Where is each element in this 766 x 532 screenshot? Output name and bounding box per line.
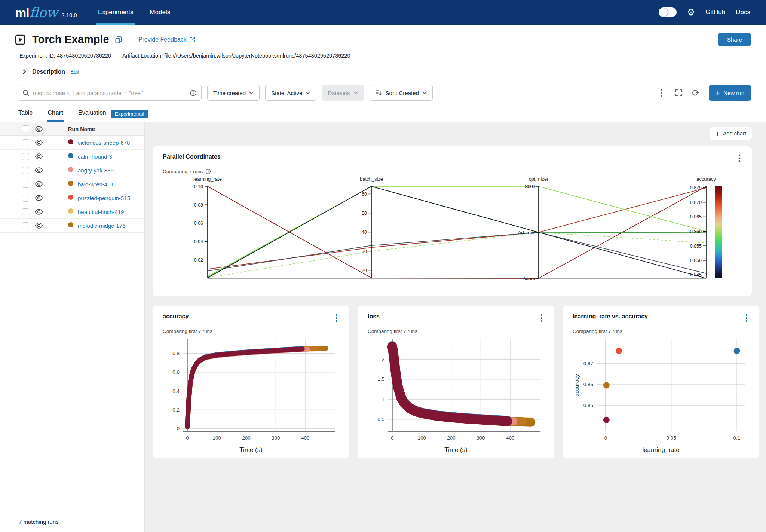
- add-chart-button[interactable]: + Add chart: [710, 127, 752, 140]
- nav-link-github[interactable]: GitHub: [705, 9, 725, 16]
- parcoords-line-bald-wren-451[interactable]: [208, 186, 706, 278]
- run-name-link[interactable]: victorious-sheep-678: [78, 140, 130, 146]
- run-name-link[interactable]: melodic-midge-176: [78, 223, 126, 229]
- chevron-down-icon: [249, 91, 254, 94]
- tab-evaluation[interactable]: Evaluation: [77, 110, 107, 122]
- run-checkbox[interactable]: [22, 167, 29, 174]
- navbar-right: ⚙ GitHub Docs: [659, 7, 750, 17]
- run-checkbox[interactable]: [22, 139, 29, 146]
- run-checkbox[interactable]: [22, 222, 29, 229]
- svg-text:400: 400: [301, 435, 310, 441]
- fullscreen-icon[interactable]: [675, 89, 683, 97]
- mlflow-app: ml flow 2.10.0 Experiments Models ⚙ GitH…: [0, 0, 766, 532]
- scatter-point-calm-hound-3[interactable]: [733, 348, 740, 354]
- chevron-right-icon[interactable]: [22, 69, 27, 74]
- provide-feedback-link[interactable]: Provide Feedback: [138, 36, 196, 43]
- svg-text:1.5: 1.5: [377, 376, 384, 382]
- search-input[interactable]: [33, 90, 186, 96]
- svg-text:300: 300: [477, 435, 485, 441]
- info-icon[interactable]: [190, 89, 197, 97]
- x-axis-label: Time (s): [368, 446, 544, 454]
- svg-text:0.04: 0.04: [194, 239, 203, 244]
- scatter-point-victorious-sheep-678[interactable]: [603, 417, 610, 423]
- visibility-eye-icon[interactable]: [29, 167, 49, 173]
- scatter-point-bald-wren-451[interactable]: [603, 382, 610, 389]
- logo-flow: flow: [30, 5, 58, 20]
- loss-plot[interactable]: 0.511.520100200300400: [368, 336, 544, 445]
- search-box: [18, 85, 202, 101]
- select-all-checkbox[interactable]: [22, 125, 29, 132]
- visibility-eye-icon[interactable]: [29, 140, 49, 146]
- run-checkbox[interactable]: [22, 208, 29, 215]
- refresh-icon[interactable]: ⟳: [692, 88, 700, 98]
- run-list-panel: Run Name victorious-sheep-678calm-hound-…: [0, 122, 145, 532]
- nav-item-models[interactable]: Models: [150, 0, 170, 25]
- chart-menu-icon[interactable]: [334, 313, 339, 324]
- svg-text:Adam: Adam: [523, 276, 535, 281]
- tab-table[interactable]: Table: [18, 110, 33, 122]
- visibility-all-icon[interactable]: [29, 126, 49, 132]
- svg-text:accuracy: accuracy: [696, 176, 716, 182]
- series-victorious-sheep-678[interactable]: [392, 346, 508, 421]
- y-axis-label: accuracy: [573, 374, 580, 397]
- svg-text:1: 1: [382, 397, 384, 402]
- sort-button[interactable]: Sort: Created: [370, 85, 433, 101]
- run-checkbox[interactable]: [22, 195, 29, 202]
- nav-link-docs[interactable]: Docs: [736, 9, 750, 16]
- matching-runs-count: 7 matching runs: [0, 513, 144, 532]
- visibility-eye-icon[interactable]: [29, 195, 49, 201]
- svg-text:50: 50: [362, 211, 367, 216]
- run-checkbox[interactable]: [22, 181, 29, 188]
- tab-chart[interactable]: Chart: [47, 110, 64, 122]
- filter-datasets[interactable]: Datasets: [322, 85, 364, 101]
- x-axis-label: learning_rate: [573, 446, 749, 454]
- nav-item-experiments[interactable]: Experiments: [98, 0, 133, 25]
- run-name-link[interactable]: angry-yak-839: [78, 167, 114, 174]
- scatter-plot[interactable]: 0.850.860.8700.050.1accuracy: [573, 336, 749, 445]
- theme-toggle[interactable]: [659, 7, 677, 17]
- copy-icon[interactable]: [114, 36, 123, 44]
- run-name-link[interactable]: beautiful-finch-419: [78, 209, 124, 215]
- parallel-coordinates-plot[interactable]: learning_rate0.020.040.060.080.10batch_s…: [163, 176, 742, 288]
- parcoords-line-beautiful-finch-419[interactable]: [208, 232, 706, 273]
- chart-menu-icon[interactable]: [744, 313, 749, 324]
- svg-text:SGD: SGD: [525, 184, 535, 189]
- scatter-point-puzzled-penguin-515[interactable]: [616, 348, 622, 354]
- run-name-link[interactable]: puzzled-penguin-515: [78, 195, 130, 201]
- svg-text:0.845: 0.845: [690, 272, 702, 278]
- filter-time-created[interactable]: Time created: [207, 85, 260, 101]
- svg-text:0.860: 0.860: [690, 229, 702, 234]
- series-angry-yak-839[interactable]: [187, 349, 308, 427]
- share-button[interactable]: Share: [718, 33, 751, 46]
- run-checkbox[interactable]: [22, 153, 29, 160]
- run-row: calm-hound-3: [0, 150, 144, 163]
- info-icon[interactable]: [205, 169, 211, 174]
- chart-menu-icon[interactable]: [539, 313, 544, 324]
- more-options-icon[interactable]: ⋮: [657, 88, 666, 98]
- new-run-button[interactable]: + New run: [709, 85, 751, 101]
- gear-icon[interactable]: ⚙: [687, 8, 695, 17]
- chart-menu-icon[interactable]: [737, 153, 742, 165]
- accuracy-plot[interactable]: 00.20.40.60.80100200300400: [163, 336, 339, 445]
- visibility-eye-icon[interactable]: [29, 181, 49, 187]
- run-row: melodic-midge-176: [0, 219, 144, 233]
- parcoords-line-melodic-midge-176[interactable]: [208, 186, 706, 276]
- plus-icon: +: [716, 130, 720, 138]
- filter-state[interactable]: State: Active: [265, 85, 316, 101]
- run-row: victorious-sheep-678: [0, 136, 144, 150]
- svg-text:0.8: 0.8: [172, 351, 180, 356]
- visibility-eye-icon[interactable]: [29, 223, 49, 229]
- loss-chart-card: loss Comparing first 7 runs 0.511.520100…: [358, 306, 554, 458]
- artifact-location: Artifact Location: file:///Users/benjami…: [122, 53, 350, 59]
- chart-title: accuracy: [163, 313, 189, 320]
- svg-text:200: 200: [242, 435, 251, 441]
- visibility-eye-icon[interactable]: [29, 153, 49, 159]
- svg-text:100: 100: [417, 435, 426, 441]
- description-edit-link[interactable]: Edit: [70, 69, 79, 75]
- run-name-link[interactable]: bald-wren-451: [78, 181, 114, 187]
- run-name-link[interactable]: calm-hound-3: [78, 153, 112, 160]
- svg-text:0: 0: [177, 426, 180, 431]
- visibility-eye-icon[interactable]: [29, 209, 49, 215]
- mlflow-logo[interactable]: ml flow 2.10.0: [15, 5, 77, 20]
- run-color-dot: [68, 139, 73, 144]
